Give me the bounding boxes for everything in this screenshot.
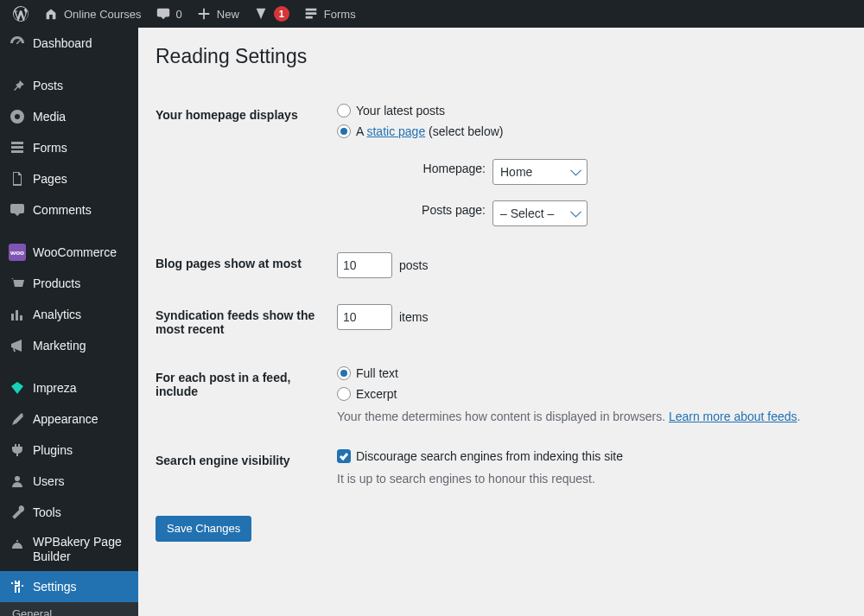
wp-logo[interactable] <box>5 0 36 28</box>
dashboard-icon <box>9 35 26 52</box>
static-page-link[interactable]: static page <box>366 124 425 138</box>
syndication-label: Syndication feeds show the most recent <box>156 291 328 353</box>
comment-icon <box>156 6 171 22</box>
menu-dashboard[interactable]: Dashboard <box>0 28 138 59</box>
wpbakery-icon <box>9 537 26 554</box>
learn-feeds-link[interactable]: Learn more about feeds <box>669 410 797 423</box>
products-icon <box>9 275 26 292</box>
forms-label: Forms <box>324 8 356 21</box>
menu-posts[interactable]: Posts <box>0 70 138 101</box>
impreza-icon <box>9 379 26 397</box>
menu-settings[interactable]: Settings <box>0 571 138 602</box>
radio-icon <box>337 104 351 117</box>
comments-icon <box>9 201 26 219</box>
wordpress-icon <box>12 5 29 22</box>
plugins-icon <box>9 441 26 459</box>
radio-checked-icon <box>337 124 351 138</box>
site-name-link[interactable]: Online Courses <box>36 0 149 28</box>
forms-link[interactable]: Forms <box>296 0 363 28</box>
radio-icon <box>337 387 351 401</box>
blog-pages-label: Blog pages show at most <box>156 239 328 291</box>
woo-icon: woo <box>9 244 26 261</box>
menu-users[interactable]: Users <box>0 466 138 497</box>
menu-products[interactable]: Products <box>0 268 138 299</box>
plus-icon <box>196 6 212 22</box>
menu-woocommerce[interactable]: wooWooCommerce <box>0 237 138 268</box>
homepage-option-latest[interactable]: Your latest posts <box>337 104 838 117</box>
blog-pages-input[interactable] <box>337 252 392 278</box>
postspage-select[interactable]: – Select – <box>492 200 588 226</box>
radio-checked-icon <box>337 366 351 380</box>
seo-description: It is up to search engines to honour thi… <box>337 472 838 486</box>
menu-marketing[interactable]: Marketing <box>0 330 138 361</box>
syndication-unit: items <box>399 310 428 324</box>
menu-impreza[interactable]: Impreza <box>0 372 138 403</box>
syndication-input[interactable] <box>337 304 392 330</box>
forms-menu-icon <box>9 139 26 156</box>
blog-pages-unit: posts <box>399 258 428 272</box>
homepage-select[interactable]: Home <box>492 159 588 185</box>
menu-tools[interactable]: Tools <box>0 497 138 528</box>
seo-discourage-checkbox[interactable]: Discourage search engines from indexing … <box>337 449 838 463</box>
site-name: Online Courses <box>64 8 142 21</box>
yoast-link[interactable]: 1 <box>246 0 296 28</box>
seo-visibility-label: Search engine visibility <box>156 436 328 499</box>
feed-content-label: For each post in a feed, include <box>156 353 328 436</box>
comments-link[interactable]: 0 <box>149 0 189 28</box>
menu-media[interactable]: Media <box>0 101 138 132</box>
homepage-select-label: Homepage: <box>423 162 486 175</box>
menu-appearance[interactable]: Appearance <box>0 403 138 435</box>
users-icon <box>9 473 26 490</box>
analytics-icon <box>9 306 26 323</box>
pages-icon <box>9 170 26 187</box>
yoast-icon <box>253 6 269 22</box>
postspage-select-label: Posts page: <box>422 203 486 217</box>
pin-icon <box>9 77 26 94</box>
menu-wpbakery[interactable]: WPBakery Page Builder <box>0 528 138 571</box>
feed-option-full[interactable]: Full text <box>337 366 838 380</box>
yoast-badge: 1 <box>274 6 289 22</box>
forms-icon <box>303 6 319 22</box>
menu-plugins[interactable]: Plugins <box>0 435 138 466</box>
checkbox-checked-icon <box>337 449 351 463</box>
submenu-general[interactable]: General <box>0 602 138 616</box>
new-label: New <box>217 8 239 21</box>
save-changes-button[interactable]: Save Changes <box>156 516 251 542</box>
marketing-icon <box>9 337 26 354</box>
menu-forms[interactable]: Forms <box>0 132 138 163</box>
appearance-icon <box>9 410 26 428</box>
homepage-option-static[interactable]: A static page (select below) <box>337 124 838 138</box>
media-icon <box>9 108 26 125</box>
feed-description: Your theme determines how content is dis… <box>337 410 838 423</box>
settings-icon <box>9 578 26 595</box>
homepage-displays-label: Your homepage displays <box>156 91 328 239</box>
page-title: Reading Settings <box>156 36 847 73</box>
home-icon <box>43 6 59 22</box>
comments-count: 0 <box>176 8 182 21</box>
new-content-link[interactable]: New <box>189 0 246 28</box>
menu-comments[interactable]: Comments <box>0 194 138 225</box>
menu-analytics[interactable]: Analytics <box>0 299 138 330</box>
menu-pages[interactable]: Pages <box>0 163 138 194</box>
feed-option-excerpt[interactable]: Excerpt <box>337 387 838 401</box>
tools-icon <box>9 504 26 521</box>
